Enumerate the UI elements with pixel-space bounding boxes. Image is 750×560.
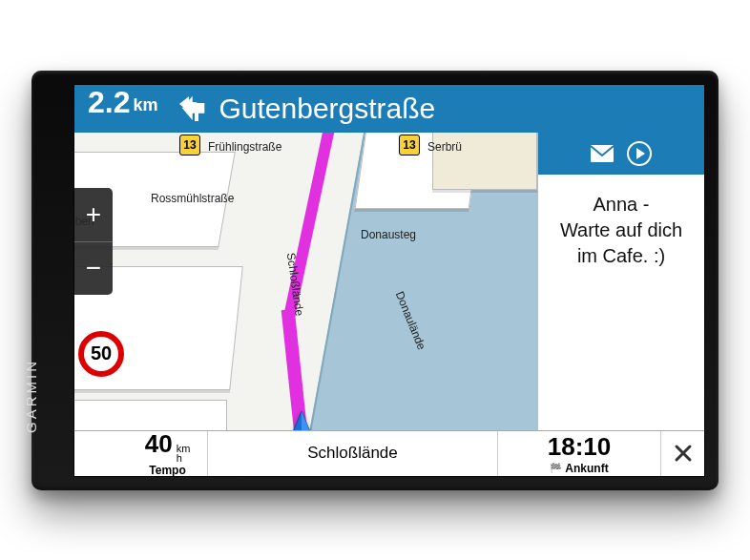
road-label: Serbrü [427,140,462,154]
destination-flag-icon: 🏁 [550,463,561,473]
highway-shield: 13 [399,135,420,156]
close-button[interactable] [660,431,704,476]
map-view[interactable]: 13 13 Frühlingstraße Serbrü Rossmühlstra… [74,133,537,430]
current-road[interactable]: Schloßlände [208,431,498,476]
distance-value: 2.2 [88,85,130,120]
speed-limit-sign: 50 [78,331,124,377]
notification-message: Anna - Warte auf dich im Cafe. :) [538,175,704,286]
gps-device: GARMIN 2.2 km Gutenbergstraße 13 [31,71,719,490]
eta-label: Ankunft [565,462,608,475]
brand-label: GARMIN [23,359,39,433]
next-street-name: Gutenbergstraße [219,93,436,125]
turn-left-icon [177,92,210,126]
play-icon[interactable] [626,140,653,167]
distance-unit: km [133,95,157,115]
road-label: Donausteg [361,228,416,241]
close-icon [674,444,693,463]
screen: 2.2 km Gutenbergstraße 13 13 Frühlingstr… [73,84,705,477]
speed-value: 40 [145,429,173,459]
notification-header[interactable] [538,133,704,175]
notification-line: im Cafe. :) [546,243,697,269]
road-label: Frühlingstraße [208,140,281,154]
eta-value: 18:10 [548,432,612,462]
next-turn-distance: 2.2 km [74,85,168,133]
arrival-time[interactable]: 18:10 🏁 Ankunft [498,431,660,476]
notification-line: Warte auf dich [546,218,697,243]
speed-label: Tempo [149,464,185,477]
notification-line: Anna - [546,192,697,218]
road-label: Rossmühlstraße [151,192,234,205]
notification-panel: Anna - Warte auf dich im Cafe. :) [537,133,704,430]
status-bar: 40 km h Tempo Schloßlände 18:10 🏁 Ankunf… [74,430,704,476]
current-speed[interactable]: 40 km h Tempo [74,431,208,476]
zoom-in-button[interactable]: + [74,188,113,241]
zoom-out-button[interactable]: − [74,241,113,295]
mail-icon [590,144,615,163]
speed-unit-bottom: h [177,454,182,464]
highway-shield: 13 [179,135,200,156]
direction-bar[interactable]: 2.2 km Gutenbergstraße [74,85,704,133]
